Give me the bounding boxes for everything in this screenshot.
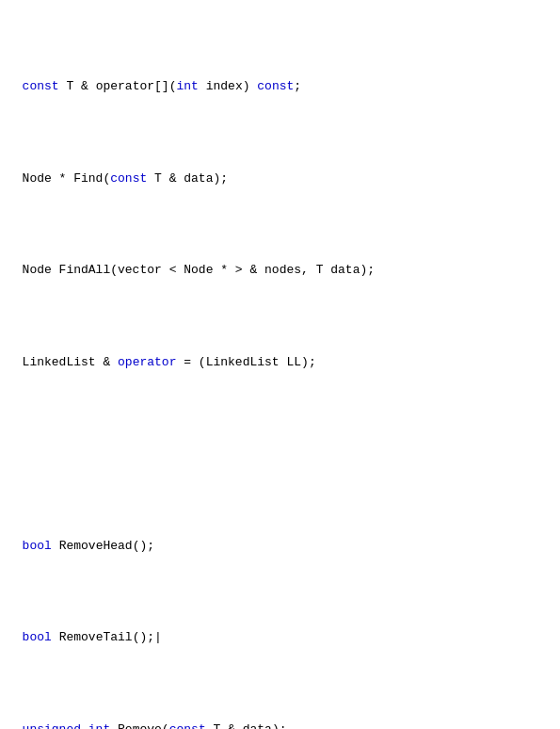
code-line-5 <box>0 445 560 463</box>
code-block: const T & operator[](int index) const; N… <box>0 0 560 729</box>
code-line-4: LinkedList & operator = (LinkedList LL); <box>0 353 560 372</box>
code-line-6: bool RemoveHead(); <box>0 537 560 556</box>
code-line-2: Node * Find(const T & data); <box>0 170 560 188</box>
code-line-1: const T & operator[](int index) const; <box>0 77 560 96</box>
code-line-3: Node FindAll(vector < Node * > & nodes, … <box>0 261 560 280</box>
code-line-8: unsigned int Remove(const T & data); <box>0 721 560 730</box>
code-line-7: bool RemoveTail();| <box>0 628 560 647</box>
